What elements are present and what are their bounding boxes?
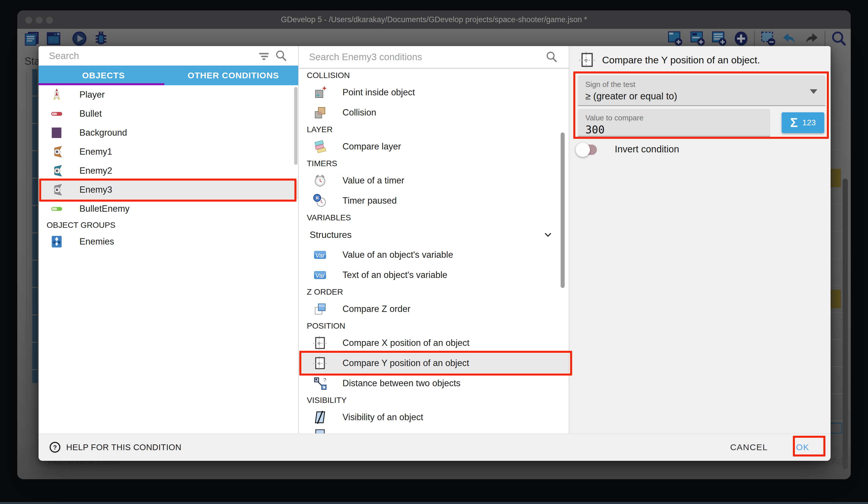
condition-row-structures[interactable]: Structures xyxy=(299,225,569,245)
variable-icon: Var xyxy=(313,268,327,282)
object-group-icon xyxy=(50,235,63,248)
object-label: Enemy3 xyxy=(80,185,112,195)
condition-label: Collision xyxy=(342,108,376,118)
condition-row-visibility-of-an-object[interactable]: Visibility of an object xyxy=(299,407,569,427)
field-label: Sign of the test xyxy=(578,75,825,89)
layers-icon xyxy=(313,140,327,153)
distance-icon: ? xyxy=(313,376,327,390)
object-label: Enemy2 xyxy=(80,165,112,176)
svg-text:?: ? xyxy=(323,377,327,383)
toggle-knob xyxy=(576,143,590,157)
titlebar: GDevelop 5 - /Users/dkarakay/Documents/G… xyxy=(17,10,851,29)
window-title: GDevelop 5 - /Users/dkarakay/Documents/G… xyxy=(17,10,851,29)
visibility-icon xyxy=(313,410,327,424)
condition-detail-header: Compare the Y position of an object. xyxy=(579,52,760,68)
objects-panel: OBJECTS OTHER CONDITIONS PlayerBulletBac… xyxy=(39,46,298,433)
ok-button[interactable]: OK xyxy=(793,439,812,456)
invert-condition-toggle[interactable] xyxy=(578,144,597,155)
condition-label: Value of an object's variable xyxy=(342,250,453,260)
filter-icon[interactable] xyxy=(257,49,270,62)
object-label: BulletEnemy xyxy=(80,204,130,214)
condition-row-partial[interactable] xyxy=(299,427,569,433)
condition-row-distance-between-two-objects[interactable]: ?Distance between two objects xyxy=(299,373,569,393)
variable-icon: Var xyxy=(313,248,327,262)
timer-paused-icon xyxy=(313,194,327,208)
enemy2-ship-icon xyxy=(50,164,63,178)
section-header-timers: TIMERS xyxy=(299,157,569,171)
background-icon xyxy=(50,126,63,139)
section-header-position: POSITION xyxy=(299,319,569,333)
object-row-enemy2[interactable]: Enemy2 xyxy=(39,161,298,180)
conditions-list: COLLISIONPoint inside objectCollisionLAY… xyxy=(299,69,569,433)
condition-label: Compare X position of an object xyxy=(342,338,469,348)
group-row-enemies[interactable]: Enemies xyxy=(39,232,298,251)
dialog-footer: ? HELP FOR THIS CONDITION CANCEL OK xyxy=(39,433,830,461)
position-icon xyxy=(313,336,327,350)
objects-scrollbar[interactable] xyxy=(294,87,298,165)
screen: GDevelop 5 - /Users/dkarakay/Documents/G… xyxy=(0,0,868,504)
condition-title: Compare the Y position of an object. xyxy=(602,54,760,65)
dropdown-arrow-icon xyxy=(810,89,817,94)
condition-row-value-of-a-timer[interactable]: Value of a timer xyxy=(299,171,569,191)
object-row-bulletenemy[interactable]: BulletEnemy xyxy=(39,199,298,218)
condition-row-collision[interactable]: Collision xyxy=(299,102,569,123)
tab-objects[interactable]: OBJECTS xyxy=(39,65,168,85)
help-label: HELP FOR THIS CONDITION xyxy=(66,443,181,452)
section-header-layer: LAYER xyxy=(299,123,569,137)
section-header-variables: VARIABLES xyxy=(299,211,569,225)
condition-row-text-of-an-object-s-variable[interactable]: VarText of an object's variable xyxy=(299,265,569,285)
group-label: Enemies xyxy=(80,236,114,247)
object-label: Bullet xyxy=(80,109,102,119)
search-icon xyxy=(275,49,288,62)
svg-text:Var: Var xyxy=(316,252,325,259)
tab-other-conditions[interactable]: OTHER CONDITIONS xyxy=(168,65,298,85)
object-list: PlayerBulletBackgroundEnemy1Enemy2Enemy3… xyxy=(39,85,298,433)
chevron-down-icon[interactable] xyxy=(542,229,554,241)
cancel-button[interactable]: CANCEL xyxy=(727,439,771,456)
point-inside-icon xyxy=(313,85,327,99)
conditions-scrollbar[interactable] xyxy=(561,132,565,288)
condition-row-timer-paused[interactable]: Timer paused xyxy=(299,191,569,211)
collision-icon xyxy=(313,106,327,120)
conditions-panel: COLLISIONPoint inside objectCollisionLAY… xyxy=(298,46,569,433)
object-row-player[interactable]: Player xyxy=(39,85,298,104)
condition-row-compare-y-position-of-an-object[interactable]: Compare Y position of an object xyxy=(299,353,569,373)
partial-item-icon xyxy=(313,427,327,433)
svg-text:Var: Var xyxy=(316,272,325,279)
sign-of-test-select[interactable]: Sign of the test ≥ (greater or equal to) xyxy=(578,75,825,106)
help-link[interactable]: ? HELP FOR THIS CONDITION xyxy=(49,441,181,453)
object-label: Player xyxy=(80,90,105,100)
expression-editor-button[interactable]: Σ 123 xyxy=(782,112,824,133)
condition-label: Timer paused xyxy=(342,195,396,206)
condition-row-compare-x-position-of-an-object[interactable]: Compare X position of an object xyxy=(299,333,569,353)
condition-label: Visibility of an object xyxy=(342,412,423,423)
sigma-icon: Σ xyxy=(790,117,797,129)
condition-label: Compare Z order xyxy=(342,304,410,314)
object-row-bullet[interactable]: Bullet xyxy=(39,104,298,123)
svg-text:?: ? xyxy=(53,444,57,451)
object-row-enemy1[interactable]: Enemy1 xyxy=(39,142,298,161)
value-to-compare-field: Value to compare xyxy=(578,109,770,137)
objects-tabs: OBJECTS OTHER CONDITIONS xyxy=(39,65,298,85)
help-icon: ? xyxy=(49,441,61,453)
objects-search-bar xyxy=(39,46,298,65)
object-row-background[interactable]: Background xyxy=(39,123,298,142)
condition-label: Structures xyxy=(310,230,352,240)
player-ship-icon xyxy=(50,88,63,101)
condition-label: Compare Y position of an object xyxy=(342,358,469,369)
condition-label: Compare layer xyxy=(342,141,401,152)
position-icon xyxy=(579,52,595,68)
invert-condition-row: Invert condition xyxy=(578,141,679,157)
condition-row-value-of-an-object-s-variable[interactable]: VarValue of an object's variable xyxy=(299,245,569,265)
conditions-search-input[interactable] xyxy=(299,46,545,68)
condition-row-point-inside-object[interactable]: Point inside object xyxy=(299,82,569,102)
condition-row-compare-z-order[interactable]: Compare Z order xyxy=(299,299,569,319)
object-row-enemy3[interactable]: Enemy3 xyxy=(39,180,298,199)
field-label: Value to compare xyxy=(578,109,770,122)
bullet-green-icon xyxy=(50,202,63,215)
condition-label: Point inside object xyxy=(342,87,415,98)
value-to-compare-input[interactable] xyxy=(578,122,751,136)
condition-row-compare-layer[interactable]: Compare layer xyxy=(299,137,569,157)
selected-tab-underline xyxy=(39,83,164,85)
objects-search-input[interactable] xyxy=(39,46,257,65)
